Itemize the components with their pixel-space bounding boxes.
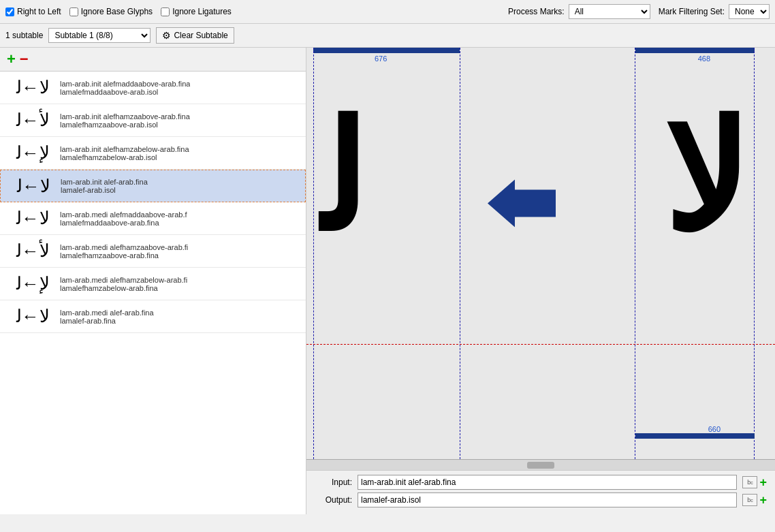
table-row[interactable]: ﻻ←ﻟ lam-arab.init alefmaddaabove-arab.fi… <box>0 72 306 104</box>
mark-filtering-select[interactable]: None <box>729 4 770 19</box>
ignore-base-glyphs-label: Ignore Base Glyphs <box>81 7 153 16</box>
glyph-symbol: ﻻ←ﻟ <box>5 306 60 327</box>
clear-subtable-button[interactable]: ⚙ Clear Subtable <box>156 27 234 44</box>
glyph-line2: lamalef-arab.isol <box>61 186 148 194</box>
measurement-660: 660 <box>708 425 721 433</box>
process-marks-group: Process Marks: All None Marks Only <box>508 4 650 19</box>
ignore-ligatures-checkbox-label[interactable]: Ignore Ligatures <box>161 7 232 16</box>
glyph-names: lam-arab.init alefhamzabelow-arab.fina l… <box>60 145 189 161</box>
toolbar: Right to Left Ignore Base Glyphs Ignore … <box>0 0 775 24</box>
glyph-line1: lam-arab.medi alef-arab.fina <box>60 309 154 317</box>
glyph-names: lam-arab.medi alef-arab.fina lamalef-ara… <box>60 309 154 325</box>
bottom-bar <box>635 433 755 439</box>
glyph-line2: lamalefhamzabelow-arab.fina <box>60 284 187 292</box>
glyph-names: lam-arab.init alef-arab.fina lamalef-ara… <box>61 178 148 194</box>
canvas-glyph-left: ﻟ <box>320 106 366 255</box>
add-remove-bar: + − <box>0 48 306 72</box>
table-row[interactable]: ﻻ←ﻟ lam-arab.init alef-arab.fina lamalef… <box>0 170 306 202</box>
horizontal-scrollbar[interactable] <box>306 459 775 470</box>
glyph-names: lam-arab.medi alefhamzabelow-arab.fi lam… <box>60 276 187 292</box>
subtable-select[interactable]: Subtable 1 (8/8) <box>48 28 151 43</box>
glyph-line2: lamalefhamzaabove-arab.isol <box>60 121 190 129</box>
glyph-names: lam-arab.init alefhamzaabove-arab.fina l… <box>60 112 190 129</box>
table-row[interactable]: ﻻ←ﻟ lam-arab.medi alefmaddaabove-arab.f … <box>0 202 306 235</box>
glyph-names: lam-arab.init alefmaddaabove-arab.fina l… <box>60 80 190 96</box>
gear-icon: ⚙ <box>162 30 171 41</box>
glyph-line1: lam-arab.init alefmaddaabove-arab.fina <box>60 80 190 88</box>
glyph-symbol: ﻷ←ﻟ <box>5 240 60 262</box>
right-to-left-checkbox-label[interactable]: Right to Left <box>5 7 61 16</box>
svg-marker-0 <box>488 179 556 227</box>
subtable-count: 1 subtable <box>5 31 43 40</box>
top-bar-left <box>313 48 460 53</box>
input-label: Input: <box>315 478 352 487</box>
input-plus-icon[interactable]: + <box>759 475 767 490</box>
process-marks-select[interactable]: All None Marks Only <box>569 4 650 19</box>
vertical-line-4 <box>754 48 755 459</box>
right-panel: 676 468 ﻟ ﻻ 660 <box>306 48 775 514</box>
input-row: Input: bc + <box>315 475 767 490</box>
glyph-line1: lam-arab.medi alefhamzaabove-arab.fi <box>60 243 188 251</box>
input-btn-group: bc + <box>742 475 767 490</box>
left-panel: + − ﻻ←ﻟ lam-arab.init alefmaddaabove-ara… <box>0 48 306 514</box>
table-row[interactable]: ﻷ←ﻟ lam-arab.init alefhamzaabove-arab.fi… <box>0 104 306 137</box>
vertical-line-2 <box>460 48 460 459</box>
table-row[interactable]: ﻹ←ﻟ lam-arab.medi alefhamzabelow-arab.fi… <box>0 268 306 300</box>
ignore-ligatures-label: Ignore Ligatures <box>172 7 232 16</box>
mark-filtering-label: Mark Filtering Set: <box>659 7 725 16</box>
glyph-line2: lamalefhamzaabove-arab.fina <box>60 251 188 260</box>
vertical-line-3 <box>635 48 635 459</box>
glyph-symbol: ﻷ←ﻟ <box>5 110 60 131</box>
output-row: Output: bc + <box>315 492 767 507</box>
table-row[interactable]: ﻻ←ﻟ lam-arab.medi alef-arab.fina lamalef… <box>0 300 306 333</box>
mark-filtering-group: Mark Filtering Set: None <box>659 4 770 19</box>
output-plus-icon[interactable]: + <box>759 493 767 507</box>
glyph-names: lam-arab.medi alefhamzaabove-arab.fi lam… <box>60 243 188 260</box>
table-row[interactable]: ﻷ←ﻟ lam-arab.medi alefhamzaabove-arab.fi… <box>0 235 306 268</box>
glyph-line1: lam-arab.medi alefhamzabelow-arab.fi <box>60 276 187 284</box>
measurement-676: 676 <box>375 54 387 63</box>
top-bar-right <box>635 48 755 53</box>
subtable-bar: 1 subtable Subtable 1 (8/8) ⚙ Clear Subt… <box>0 24 775 48</box>
glyph-symbol: ﻹ←ﻟ <box>5 273 60 294</box>
output-b-btn[interactable]: bc <box>742 494 757 506</box>
ignore-base-glyphs-checkbox[interactable] <box>69 7 78 16</box>
glyph-line1: lam-arab.init alefhamzabelow-arab.fina <box>60 145 189 153</box>
input-field[interactable] <box>358 475 737 490</box>
glyph-line2: lamalefmaddaabove-arab.isol <box>60 88 190 96</box>
glyph-list: ﻻ←ﻟ lam-arab.init alefmaddaabove-arab.fi… <box>0 72 306 514</box>
vertical-line-1 <box>313 48 314 459</box>
io-area: Input: bc + Output: bc + <box>306 470 775 514</box>
main-content: + − ﻻ←ﻟ lam-arab.init alefmaddaabove-ara… <box>0 48 775 514</box>
glyph-symbol: ﻻ←ﻟ <box>6 176 61 197</box>
clear-subtable-label: Clear Subtable <box>174 31 227 40</box>
glyph-line2: lamalef-arab.fina <box>60 317 154 325</box>
ignore-ligatures-checkbox[interactable] <box>161 7 170 16</box>
glyph-symbol: ﻻ←ﻟ <box>5 208 60 229</box>
ignore-base-glyphs-checkbox-label[interactable]: Ignore Base Glyphs <box>69 7 153 16</box>
scrollbar-thumb[interactable] <box>527 462 554 469</box>
glyph-line1: lam-arab.medi alefmaddaabove-arab.f <box>60 210 187 219</box>
glyph-line1: lam-arab.init alefhamzaabove-arab.fina <box>60 112 190 121</box>
glyph-symbol: ﻹ←ﻟ <box>5 142 60 163</box>
process-marks-label: Process Marks: <box>508 7 565 16</box>
arrow-icon <box>488 179 556 229</box>
horizontal-baseline <box>306 344 775 345</box>
right-to-left-checkbox[interactable] <box>5 7 14 16</box>
table-row[interactable]: ﻹ←ﻟ lam-arab.init alefhamzabelow-arab.fi… <box>0 137 306 170</box>
input-b-btn[interactable]: bc <box>742 476 757 488</box>
glyph-symbol: ﻻ←ﻟ <box>5 77 60 98</box>
output-field[interactable] <box>358 492 737 507</box>
right-to-left-label: Right to Left <box>17 7 61 16</box>
add-button[interactable]: + <box>5 52 17 67</box>
glyph-line1: lam-arab.init alef-arab.fina <box>61 178 148 186</box>
remove-button[interactable]: − <box>18 52 30 67</box>
glyph-line2: lamalefmaddaabove-arab.fina <box>60 219 187 227</box>
canvas-glyph-right: ﻻ <box>663 106 748 255</box>
canvas-area[interactable]: 676 468 ﻟ ﻻ 660 <box>306 48 775 459</box>
measurement-468: 468 <box>698 54 710 63</box>
output-btn-group: bc + <box>742 493 767 507</box>
glyph-line2: lamalefhamzabelow-arab.isol <box>60 153 189 161</box>
output-label: Output: <box>315 495 352 505</box>
glyph-names: lam-arab.medi alefmaddaabove-arab.f lama… <box>60 210 187 227</box>
